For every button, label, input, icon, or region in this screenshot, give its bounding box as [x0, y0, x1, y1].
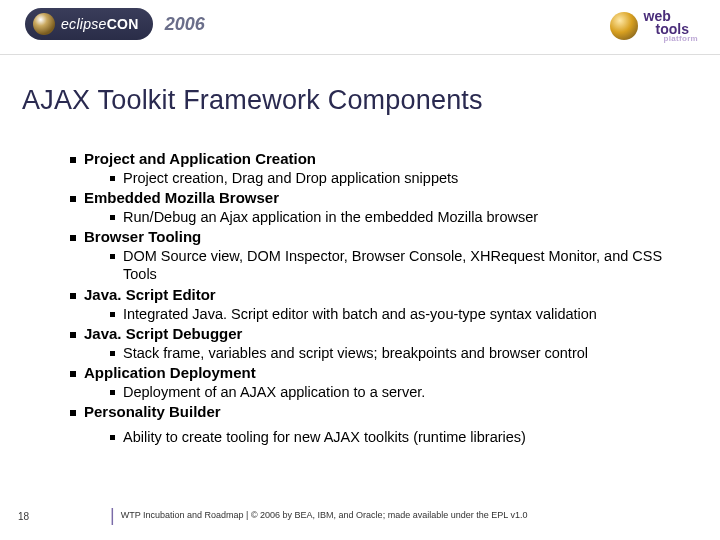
item-sub: Stack frame, variables and script views;…: [123, 344, 588, 362]
item-sub: Deployment of an AJAX application to a s…: [123, 383, 425, 401]
page-number: 18: [18, 511, 29, 522]
item-sub: Integrated Java. Script editor with batc…: [123, 305, 597, 323]
content-list: Project and Application Creation Project…: [70, 150, 680, 448]
slide-header: eclipseCON 2006 web tools platform: [0, 0, 720, 55]
item-label: Embedded Mozilla Browser: [84, 189, 279, 206]
logo-webtools: web tools platform: [610, 10, 698, 42]
webtools-orb-icon: [610, 12, 638, 40]
logo-eclipsecon: eclipseCON 2006: [25, 8, 205, 40]
item-sub: Ability to create tooling for new AJAX t…: [123, 428, 526, 446]
item-label: Java. Script Debugger: [84, 325, 242, 342]
bullet-icon: [110, 176, 115, 181]
brand-platform: platform: [664, 35, 698, 42]
brand-eclipse: eclipse: [61, 16, 107, 32]
year-label: 2006: [165, 14, 205, 35]
bullet-icon: [70, 332, 76, 338]
item-sub: Project creation, Drag and Drop applicat…: [123, 169, 458, 187]
item-label: Browser Tooling: [84, 228, 201, 245]
item-sub: DOM Source view, DOM Inspector, Browser …: [123, 247, 680, 283]
bullet-icon: [70, 235, 76, 241]
bullet-icon: [70, 293, 76, 299]
item-label: Java. Script Editor: [84, 286, 216, 303]
slide-footer: 18 | WTP Incubation and Roadmap | © 2006…: [0, 504, 720, 522]
footer-text: WTP Incubation and Roadmap | © 2006 by B…: [121, 510, 528, 520]
bullet-icon: [70, 371, 76, 377]
bullet-icon: [70, 157, 76, 163]
bullet-icon: [110, 435, 115, 440]
item-sub: Run/Debug an Ajax application in the emb…: [123, 208, 538, 226]
bullet-icon: [110, 351, 115, 356]
bullet-icon: [70, 410, 76, 416]
pipe-icon: |: [110, 505, 115, 526]
slide-title: AJAX Toolkit Framework Components: [22, 85, 483, 116]
eclipse-orb-icon: [33, 13, 55, 35]
bullet-icon: [70, 196, 76, 202]
item-label: Personality Builder: [84, 403, 221, 420]
bullet-icon: [110, 390, 115, 395]
item-label: Application Deployment: [84, 364, 256, 381]
brand-con: CON: [107, 16, 139, 32]
bullet-icon: [110, 215, 115, 220]
bullet-icon: [110, 254, 115, 259]
item-label: Project and Application Creation: [84, 150, 316, 167]
bullet-icon: [110, 312, 115, 317]
